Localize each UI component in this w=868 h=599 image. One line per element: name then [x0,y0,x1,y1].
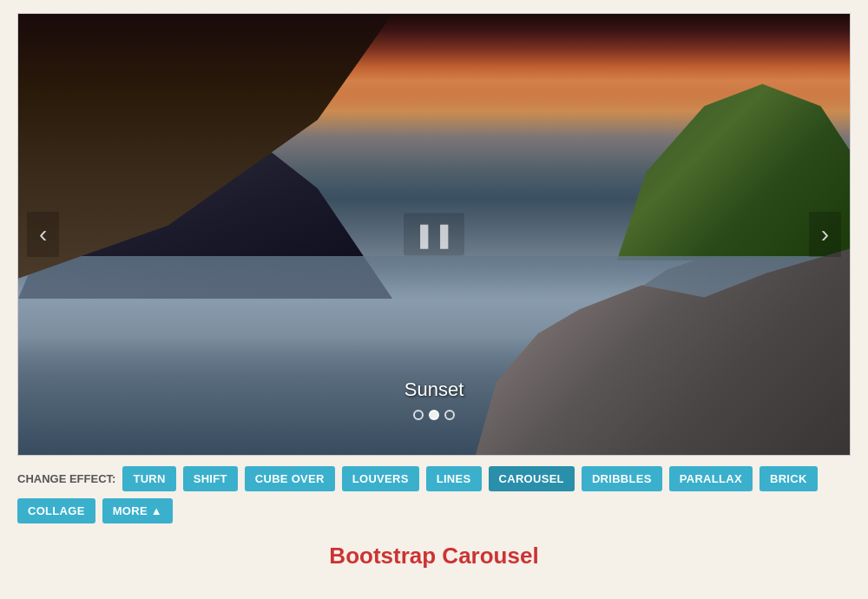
effect-btn-turn[interactable]: TURN [122,466,175,491]
effect-btn-louvers[interactable]: LOUVERS [342,466,419,491]
effect-btn-dribbles[interactable]: DRIBBLES [582,466,662,491]
dot-3[interactable] [444,410,455,420]
carousel-container: ‹ ❚❚ › Sunset [17,13,851,456]
dot-1[interactable] [413,410,424,420]
effect-btn-parallax[interactable]: PARALLAX [669,466,753,491]
page-title: Bootstrap Carousel [0,543,868,569]
next-button[interactable]: › [809,212,841,257]
dot-2[interactable] [429,410,439,420]
carousel-dots [18,410,850,420]
effect-btn-shift[interactable]: SHIFT [183,466,238,491]
carousel-overlay: Sunset [18,378,850,420]
pause-button[interactable]: ❚❚ [404,214,464,256]
prev-button[interactable]: ‹ [27,212,59,257]
effect-btn-cube-over[interactable]: CUBE OVER [245,466,335,491]
effect-btn-collage[interactable]: COLLAGE [17,498,95,523]
change-effect-label: CHANGE EFFECT: [17,472,115,485]
effect-btn-carousel[interactable]: CAROUSEL [489,466,575,491]
page-title-section: Bootstrap Carousel [0,543,868,569]
carousel-title: Sunset [18,378,850,401]
effect-btn-more[interactable]: MORE ▲ [102,498,173,523]
effect-btn-lines[interactable]: LINES [426,466,482,491]
effect-btn-brick[interactable]: BRICK [760,466,818,491]
controls-bar: CHANGE EFFECT: TURN SHIFT CUBE OVER LOUV… [17,466,851,523]
carousel-wrapper: ‹ ❚❚ › Sunset CHANGE EFFECT: TURN SHIFT … [0,13,868,569]
